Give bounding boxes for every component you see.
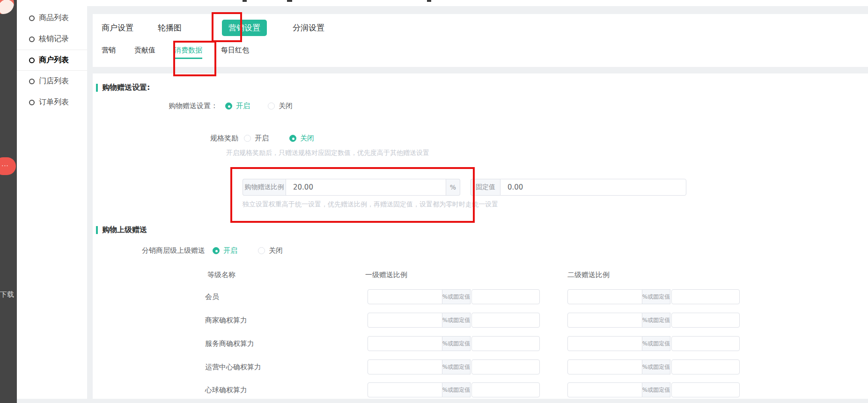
unit-label: %或固定值 (642, 359, 670, 374)
sidebar-item-label: 商品列表 (39, 13, 69, 23)
download-link[interactable]: 下载 (0, 290, 17, 299)
unit-label: %或固定值 (642, 336, 670, 351)
spec-reward-row: 规格奖励 开启 关闭 (93, 132, 314, 145)
ratio-input[interactable] (567, 289, 642, 304)
table-row-label: 运营中心确权算力 (205, 359, 261, 374)
radio-option-label: 关闭 (300, 134, 314, 143)
section-title: 购物赠送设置: (102, 83, 150, 93)
radio-option-label: 开启 (255, 134, 269, 143)
clipped-text-fragment (243, 0, 247, 2)
section-gift-settings-header: 购物赠送设置: (96, 83, 150, 93)
fixed-input[interactable] (671, 313, 740, 328)
table-row-label: 商家确权算力 (205, 313, 247, 328)
unit-label: %或固定值 (442, 313, 471, 328)
distributor-on-radio[interactable]: 开启 (213, 246, 237, 255)
content-card: 购物赠送设置: 购物赠送设置： 开启 关闭 规格奖励 开启 关闭 (93, 73, 868, 399)
table-row-label: 服务商确权算力 (205, 336, 254, 351)
more-bubble-icon[interactable]: ... (0, 157, 16, 175)
section-bar-icon (96, 84, 98, 92)
level1-ratio-cell: %或固定值 (368, 313, 540, 328)
radio-option-label: 关闭 (279, 102, 293, 110)
tab-merchant-settings[interactable]: 商户设置 (102, 22, 133, 33)
radio-unchecked-icon (244, 135, 251, 142)
gift-switch-on-radio[interactable]: 开启 (225, 102, 250, 110)
unit-label: %或固定值 (642, 382, 670, 397)
sidebar-item-store-list[interactable]: 门店列表 (17, 71, 87, 92)
table-row-label: 心球确权算力 (205, 382, 247, 397)
circle-icon (29, 100, 35, 105)
subtab-marketing[interactable]: 营销 (102, 46, 116, 59)
left-rail: ... 下载 (0, 0, 17, 403)
app-root: ... 下载 商品列表 核销记录 商户列表 门店列表 订单列表 (0, 0, 868, 403)
tab-marketing-settings[interactable]: 营销设置 (222, 20, 267, 36)
radio-option-label: 开启 (223, 246, 237, 255)
radio-option-label: 开启 (236, 102, 250, 110)
clipped-text-fragment (427, 0, 431, 2)
unit-label: %或固定值 (442, 336, 471, 351)
top-strip (17, 0, 868, 6)
fixed-input[interactable] (471, 336, 540, 351)
fixed-input[interactable] (671, 289, 740, 304)
gift-switch-off-radio[interactable]: 关闭 (268, 102, 293, 110)
fixed-input[interactable] (671, 336, 740, 351)
spec-reward-note: 开启规格奖励后，只赠送规格对应固定数值，优先度高于其他赠送设置 (226, 149, 429, 157)
unit-label: %或固定值 (442, 289, 471, 304)
fixed-input[interactable] (471, 289, 540, 304)
circle-icon (29, 15, 35, 21)
sidebar-item-goods-list[interactable]: 商品列表 (17, 7, 87, 29)
ratio-input[interactable] (567, 336, 642, 351)
ratio-input[interactable] (567, 313, 642, 328)
logo-icon (0, 0, 14, 14)
gift-switch-label: 购物赠送设置： (93, 102, 218, 110)
fixed-input[interactable] (471, 359, 540, 374)
section-title: 购物上级赠送 (102, 225, 147, 235)
ratio-input[interactable] (368, 359, 442, 374)
subtab-contribution[interactable]: 贡献值 (134, 46, 155, 59)
level1-ratio-cell: %或固定值 (368, 289, 540, 304)
sidebar-item-label: 核销记录 (39, 34, 69, 44)
sidebar-item-verify-records[interactable]: 核销记录 (17, 29, 87, 50)
table-header-level-name: 等级名称 (207, 271, 235, 279)
tab-carousel[interactable]: 轮播图 (158, 22, 182, 33)
radio-checked-icon (213, 247, 220, 254)
ratio-input[interactable] (567, 359, 642, 374)
spec-reward-off-radio[interactable]: 关闭 (289, 134, 314, 143)
fixed-value-input[interactable] (500, 179, 686, 196)
ratio-input[interactable] (567, 382, 642, 397)
level1-ratio-cell: %或固定值 (368, 382, 540, 397)
ratio-input[interactable] (368, 313, 442, 328)
level1-ratio-cell: %或固定值 (368, 336, 540, 351)
circle-icon (29, 58, 35, 63)
circle-icon (29, 79, 35, 84)
ratio-input[interactable] (368, 336, 442, 351)
distributor-off-radio[interactable]: 关闭 (258, 246, 283, 255)
distributor-upper-gift-label: 分销商层级上级赠送 (142, 246, 205, 255)
table-header-level2-ratio: 二级赠送比例 (567, 271, 610, 279)
radio-unchecked-icon (258, 247, 265, 254)
fixed-input[interactable] (471, 382, 540, 397)
ratio-input[interactable] (368, 382, 442, 397)
fixed-input[interactable] (671, 359, 740, 374)
active-underline (174, 58, 202, 59)
sidebar-item-merchant-list[interactable]: 商户列表 (17, 50, 87, 71)
tabs-card: 商户设置 轮播图 营销设置 分润设置 营销 贡献值 消费数据 每日红包 (93, 14, 868, 67)
unit-label: %或固定值 (642, 313, 670, 328)
subtab-daily-redpacket[interactable]: 每日红包 (221, 46, 249, 59)
tab-profit-settings[interactable]: 分润设置 (293, 22, 324, 33)
secondary-tab-bar: 营销 贡献值 消费数据 每日红包 (102, 46, 268, 58)
sidebar-item-order-list[interactable]: 订单列表 (17, 92, 87, 113)
radio-checked-icon (225, 103, 232, 110)
fixed-input[interactable] (471, 313, 540, 328)
level2-ratio-cell: %或固定值 (567, 359, 740, 374)
unit-label: %或固定值 (642, 289, 670, 304)
fixed-input[interactable] (671, 382, 740, 397)
subtab-consume-data[interactable]: 消费数据 (174, 46, 202, 59)
level2-ratio-cell: %或固定值 (567, 289, 740, 304)
unit-label: %或固定值 (442, 359, 471, 374)
gift-ratio-input[interactable] (286, 179, 446, 196)
ratio-input[interactable] (368, 289, 442, 304)
unit-label: %或固定值 (442, 382, 471, 397)
distributor-upper-gift-row: 分销商层级上级赠送 开启 关闭 (142, 244, 283, 257)
level2-ratio-cell: %或固定值 (567, 313, 740, 328)
spec-reward-on-radio[interactable]: 开启 (244, 134, 269, 143)
